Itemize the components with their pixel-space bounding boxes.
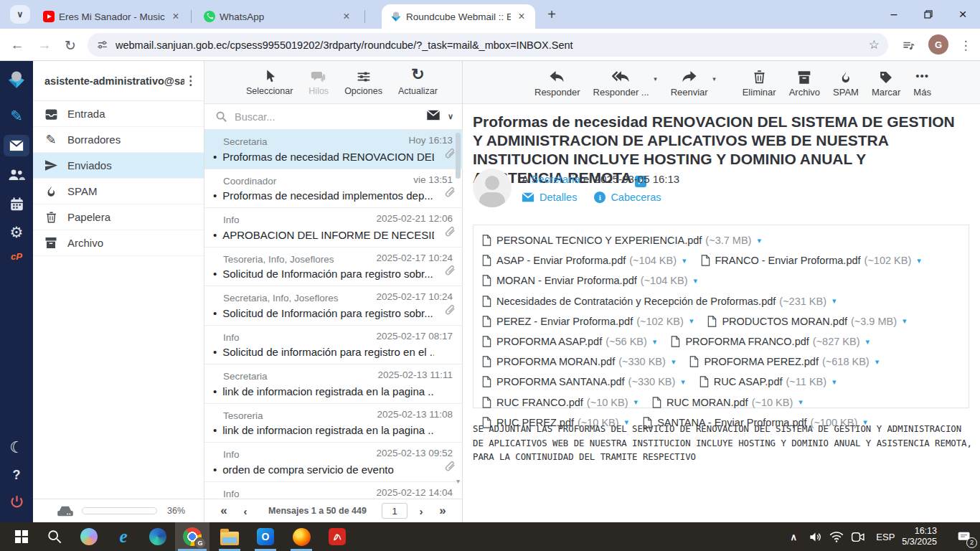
message-row[interactable]: Info2025-02-13 09:52 •orden de compra se…	[204, 443, 463, 482]
attachment-link[interactable]: PROFORMA SANTANA.pdf(~330 KB)▾	[482, 372, 685, 392]
forward-button[interactable]: Reenviar ▾	[671, 67, 708, 98]
edge-button[interactable]	[141, 522, 175, 551]
refresh-button[interactable]: ↻ Actualizar	[398, 68, 438, 96]
caret-down-icon[interactable]: ▾	[757, 236, 761, 245]
recipient-link[interactable]: Secretaria	[531, 173, 580, 185]
search-bar[interactable]: Buscar... ∨	[204, 104, 462, 130]
roundcube-logo[interactable]	[6, 70, 27, 90]
caret-down-icon[interactable]: ▾	[875, 357, 880, 367]
attachment-link[interactable]: PROFORMA ASAP.pdf(~56 KB)▾	[482, 331, 656, 352]
logout-button[interactable]	[9, 494, 24, 512]
caret-down-icon[interactable]: ▾	[689, 316, 694, 326]
message-row[interactable]: SecretariaHoy 16:13 •Proformas de necesi…	[204, 130, 463, 169]
browser-menu-button[interactable]: ⋮	[956, 35, 976, 55]
attachment-link[interactable]: ASAP - Enviar Proforma.pdf(~104 KB)▾	[482, 250, 687, 270]
message-row[interactable]: Info2025-02-12 14:04	[204, 482, 463, 499]
message-row[interactable]: Secretaria2025-02-13 11:11 •link de info…	[204, 364, 463, 404]
caret-down-icon[interactable]: ▾	[903, 316, 907, 326]
tray-chevron-icon[interactable]: ∧	[783, 532, 804, 542]
message-row[interactable]: Coordinadorvie 13:51 •Proformas de neces…	[204, 169, 463, 209]
options-button[interactable]: Opciones	[344, 68, 382, 96]
message-row[interactable]: Tesoreria2025-02-13 11:08 •link de infor…	[204, 404, 463, 443]
notification-center-button[interactable]: 2	[948, 531, 980, 543]
next-page-button[interactable]: ›	[410, 505, 432, 517]
cpanel-link[interactable]: cP	[11, 251, 22, 262]
dark-mode-button[interactable]: ☾	[9, 440, 24, 456]
message-row[interactable]: Info2025-02-21 12:06 •APROBACION DEL INF…	[204, 208, 463, 248]
search-scope-envelope-icon[interactable]	[426, 110, 440, 123]
attachment-link[interactable]: RUC ASAP.pdf(~11 KB)▾	[699, 372, 837, 392]
reload-button[interactable]: ↻	[60, 35, 80, 55]
attachment-link[interactable]: MORAN - Enviar Proforma.pdf(~104 KB)▾	[482, 270, 697, 291]
sidebar-item-enviados[interactable]: Enviados	[33, 153, 204, 179]
attachment-link[interactable]: RUC FRANCO.pdf(~10 KB)▾	[482, 392, 638, 413]
language-indicator[interactable]: ESP	[876, 532, 895, 542]
close-window-button[interactable]: ×	[946, 0, 980, 29]
mail-nav-active[interactable]	[4, 135, 29, 156]
url-text[interactable]: webmail.sanjuan.gob.ec/cpsess9955019202/…	[116, 39, 863, 51]
sidebar-item-borradores[interactable]: ✎ Borradores	[33, 127, 204, 153]
caret-down-icon[interactable]: ▾	[917, 256, 921, 265]
profile-avatar[interactable]: G	[928, 34, 948, 55]
sidebar-item-archivo[interactable]: Archivo	[33, 230, 204, 256]
message-row[interactable]: Secretaria, Info, Joseflores2025-02-17 1…	[204, 286, 463, 326]
caret-down-icon[interactable]: ▾	[681, 377, 685, 387]
caret-down-icon[interactable]: ▾	[654, 75, 657, 83]
media-controls-button[interactable]	[898, 35, 918, 55]
caret-down-icon[interactable]: ▾	[672, 357, 676, 367]
caret-down-icon[interactable]: ▾	[832, 377, 837, 387]
outlook-button[interactable]: O	[248, 522, 283, 551]
internet-explorer-button[interactable]: e	[106, 522, 141, 551]
help-button[interactable]: ?	[13, 468, 21, 481]
attachment-link[interactable]: Necesidades de Contratación y Recepción …	[482, 291, 837, 311]
minimize-button[interactable]: –	[877, 0, 911, 29]
list-scrollbar-thumb[interactable]	[456, 133, 461, 179]
last-page-button[interactable]: »	[432, 504, 453, 518]
select-button[interactable]: Seleccionar	[246, 68, 293, 96]
firefox-button[interactable]	[284, 522, 319, 551]
caret-down-icon[interactable]: ▾	[633, 397, 638, 407]
tab-roundcube-active[interactable]: Roundcube Webmail :: Enviados ×	[382, 4, 535, 29]
speaker-icon[interactable]	[804, 530, 826, 544]
forward-button-disabled[interactable]: →	[34, 35, 55, 55]
close-icon[interactable]: ×	[515, 10, 528, 23]
tab-whatsapp[interactable]: WhatsApp ×	[195, 4, 360, 29]
archive-button[interactable]: Archivo	[789, 67, 820, 98]
file-explorer-button[interactable]	[212, 522, 247, 551]
chrome-button-active[interactable]: G	[175, 522, 209, 551]
calendar-nav[interactable]	[9, 197, 24, 215]
details-toggle[interactable]: Detalles	[522, 192, 577, 203]
caret-down-icon[interactable]: ▾	[712, 75, 716, 83]
restore-button[interactable]	[911, 0, 946, 29]
meet-now-icon[interactable]	[847, 531, 869, 543]
attachment-link[interactable]: PROFORMA PEREZ.pdf(~618 KB)▾	[689, 352, 879, 372]
mark-button[interactable]: Marcar	[872, 67, 900, 98]
attachment-link[interactable]: PERSONAL TECNICO Y EXPERIENCIA.pdf(~3.7 …	[482, 230, 761, 250]
account-header[interactable]: asistente-administrativo@sa... ⋮	[33, 61, 204, 101]
contacts-nav[interactable]	[8, 168, 25, 185]
close-icon[interactable]: ×	[169, 10, 182, 23]
caret-down-icon[interactable]: ▾	[694, 276, 698, 286]
page-input[interactable]: 1	[382, 503, 407, 519]
headers-toggle[interactable]: i Cabeceras	[594, 192, 661, 203]
sidebar-item-papelera[interactable]: Papelera	[33, 204, 204, 230]
kebab-icon[interactable]: ⋮	[184, 73, 197, 88]
close-icon[interactable]: ×	[340, 10, 353, 23]
reply-button[interactable]: Responder	[534, 67, 580, 98]
message-row[interactable]: Info2025-02-17 08:17 •Solicitud de infor…	[204, 326, 463, 365]
caret-down-icon[interactable]: ▾	[653, 337, 657, 347]
search-input[interactable]: Buscar...	[235, 111, 426, 123]
reply-all-button[interactable]: Responder ... ▾	[593, 67, 649, 98]
caret-down-icon[interactable]: ▾	[832, 296, 837, 306]
first-page-button[interactable]: «	[213, 504, 235, 518]
site-info-icon[interactable]	[96, 39, 108, 51]
new-tab-button[interactable]: +	[542, 6, 561, 24]
caret-down-icon[interactable]: ▾	[866, 337, 870, 347]
tab-youtube[interactable]: Eres Mi Sanador - Musica de Ac ×	[34, 4, 189, 29]
wifi-icon[interactable]	[826, 531, 847, 543]
compose-button[interactable]: ✎	[10, 108, 23, 123]
scroll-down-icon[interactable]: ▾	[456, 477, 460, 485]
taskbar-clock[interactable]: 16:13 5/3/2025	[902, 526, 937, 547]
taskbar-search-button[interactable]	[37, 522, 72, 551]
message-row[interactable]: Tesoreria, Info, Joseflores2025-02-17 10…	[204, 248, 463, 287]
